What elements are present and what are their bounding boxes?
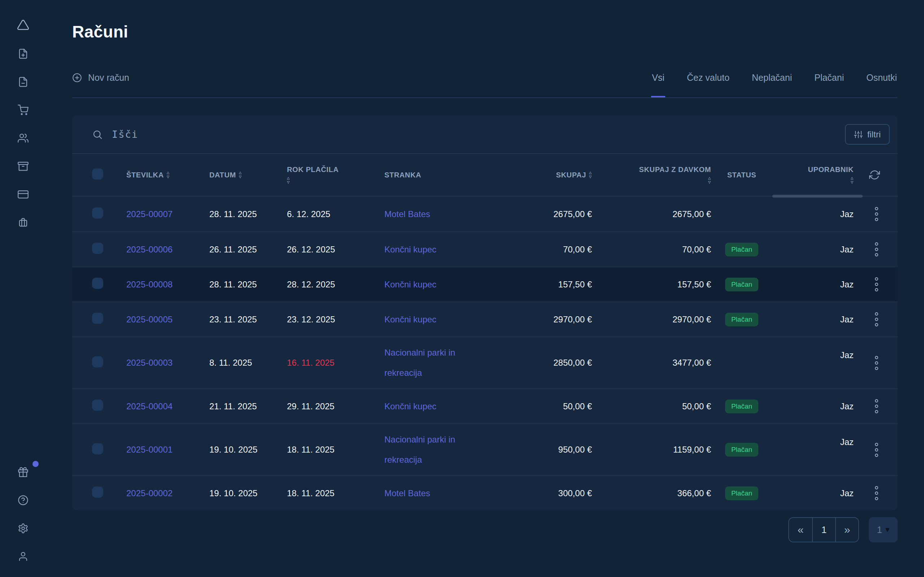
filters-button[interactable]: filtri: [845, 124, 890, 145]
invoice-date: 28. 11. 2025: [209, 279, 287, 290]
kebab-menu-icon[interactable]: [873, 354, 880, 372]
sliders-icon: [854, 130, 863, 139]
table-row: 2025-0000421. 11. 202529. 11. 2025Končni…: [72, 388, 898, 423]
plus-circle-icon: [72, 73, 82, 82]
row-checkbox[interactable]: [92, 487, 103, 498]
new-invoice-label: Nov račun: [88, 73, 129, 83]
total-amount: 50,00 €: [523, 401, 592, 411]
credit-card-icon[interactable]: [18, 189, 29, 200]
row-checkbox[interactable]: [92, 207, 103, 219]
customer-link[interactable]: Končni kupec: [384, 239, 436, 259]
sort-icon[interactable]: ▵▿: [167, 171, 170, 179]
kebab-menu-icon[interactable]: [873, 484, 880, 502]
sort-icon[interactable]: ▵▿: [239, 171, 242, 179]
total-with-tax-amount: 1159,00 €: [592, 445, 711, 455]
row-checkbox[interactable]: [92, 443, 103, 455]
shopping-cart-icon[interactable]: [18, 105, 29, 115]
file-plus-icon[interactable]: [18, 48, 29, 59]
kebab-menu-icon[interactable]: [873, 205, 880, 223]
row-checkbox[interactable]: [92, 313, 103, 324]
column-header-datum[interactable]: DATUM ▵▿: [209, 171, 287, 179]
column-header-skupaj-z-davkom[interactable]: SKUPAJ Z DAVKOM ▵▿: [592, 166, 711, 185]
logo-triangle-icon[interactable]: [17, 19, 29, 31]
invoice-number-link[interactable]: 2025-00007: [126, 209, 173, 219]
customer-link[interactable]: Končni kupec: [384, 396, 436, 416]
invoice-number-link[interactable]: 2025-00001: [126, 445, 173, 455]
customer-link[interactable]: Končni kupec: [384, 309, 436, 330]
column-header-uporabnik[interactable]: UPORABNIK ▵▿: [772, 166, 863, 185]
user-name: Jaz: [772, 209, 863, 219]
current-page[interactable]: 1: [812, 518, 835, 542]
status-badge: Plačan: [725, 487, 758, 500]
page-select-dropdown[interactable]: 1 ▼: [869, 517, 898, 542]
tab-neplacani[interactable]: Neplačani: [751, 73, 793, 97]
invoice-number-link[interactable]: 2025-00006: [126, 245, 173, 254]
kebab-menu-icon[interactable]: [873, 310, 880, 329]
prev-page-button[interactable]: «: [789, 518, 812, 542]
column-header-stevilka[interactable]: ŠTEVILKA ▵▿: [126, 171, 209, 179]
user-name: Jaz: [772, 401, 863, 411]
column-header-rok-placila[interactable]: ROK PLAČILA ▵▿: [287, 166, 384, 185]
user-name: Jaz: [772, 488, 863, 498]
table-header: ŠTEVILKA ▵▿ DATUM ▵▿ ROK PLAČILA ▵▿ STRA…: [72, 153, 898, 197]
sort-icon[interactable]: ▵▿: [708, 176, 711, 185]
refresh-icon[interactable]: [869, 169, 880, 180]
total-amount: 157,50 €: [523, 279, 592, 290]
customer-link[interactable]: Nacionalni parki in rekreacija: [384, 429, 469, 470]
invoice-number-link[interactable]: 2025-00004: [126, 401, 173, 411]
new-invoice-button[interactable]: Nov račun: [72, 73, 129, 97]
pagination: « 1 » 1 ▼: [72, 517, 898, 542]
users-icon[interactable]: [18, 133, 29, 143]
due-date: 26. 12. 2025: [287, 245, 384, 255]
customer-link[interactable]: Motel Bates: [384, 204, 430, 224]
next-page-button[interactable]: »: [835, 518, 858, 542]
table-row: 2025-0000626. 11. 202526. 12. 2025Končni…: [72, 232, 898, 266]
sort-icon[interactable]: ▵▿: [287, 176, 290, 185]
kebab-menu-icon[interactable]: [873, 397, 880, 416]
customer-link[interactable]: Nacionalni parki in rekreacija: [384, 343, 469, 383]
toolbar: Nov račun Vsi Čez valuto Neplačani Plača…: [72, 73, 898, 98]
kebab-menu-icon[interactable]: [873, 441, 880, 459]
customer-link[interactable]: Končni kupec: [384, 274, 436, 295]
invoice-number-link[interactable]: 2025-00008: [126, 279, 173, 289]
invoice-number-link[interactable]: 2025-00005: [126, 314, 173, 324]
status-badge: Plačan: [725, 400, 758, 413]
row-checkbox[interactable]: [92, 400, 103, 411]
briefcase-icon[interactable]: [18, 217, 29, 228]
select-all-checkbox[interactable]: [92, 168, 103, 180]
tab-osnutki[interactable]: Osnutki: [866, 73, 898, 97]
sort-icon[interactable]: ▵▿: [851, 176, 854, 185]
customer-link[interactable]: Motel Bates: [384, 483, 430, 503]
column-header-skupaj[interactable]: SKUPAJ ▵▿: [523, 171, 592, 179]
invoice-number-link[interactable]: 2025-00002: [126, 488, 173, 498]
table-row: 2025-0000523. 11. 202523. 12. 2025Končni…: [72, 301, 898, 337]
help-circle-icon[interactable]: [18, 495, 29, 506]
table-row: 2025-0000219. 10. 202518. 11. 2025Motel …: [72, 475, 898, 510]
search-input[interactable]: [112, 129, 845, 140]
caret-down-icon: ▼: [885, 527, 890, 533]
tab-placani[interactable]: Plačani: [814, 73, 845, 97]
row-checkbox[interactable]: [92, 243, 103, 254]
status-badge: Plačan: [725, 278, 758, 292]
kebab-menu-icon[interactable]: [873, 240, 880, 259]
row-checkbox[interactable]: [92, 356, 103, 367]
tab-cez-valuto[interactable]: Čez valuto: [686, 73, 730, 97]
invoice-number-link[interactable]: 2025-00003: [126, 358, 173, 367]
user-icon[interactable]: [18, 551, 29, 562]
table-row: 2025-0000828. 11. 202528. 12. 2025Končni…: [72, 266, 898, 301]
archive-icon[interactable]: [18, 161, 29, 172]
sort-icon[interactable]: ▵▿: [589, 171, 592, 179]
kebab-menu-icon[interactable]: [873, 275, 880, 293]
settings-gear-icon[interactable]: [18, 523, 29, 534]
file-minus-icon[interactable]: [18, 76, 29, 87]
invoice-date: 19. 10. 2025: [209, 445, 287, 455]
user-name: Jaz: [772, 245, 863, 255]
total-amount: 300,00 €: [523, 488, 592, 498]
horizontal-scrollbar-thumb[interactable]: [772, 195, 863, 198]
row-checkbox[interactable]: [92, 278, 103, 289]
gift-icon[interactable]: [18, 467, 29, 477]
total-with-tax-amount: 2675,00 €: [592, 209, 711, 219]
tab-vsi[interactable]: Vsi: [651, 73, 665, 97]
due-date: 18. 11. 2025: [287, 445, 384, 455]
table-row: 2025-0000119. 10. 202518. 11. 2025Nacion…: [72, 423, 898, 475]
